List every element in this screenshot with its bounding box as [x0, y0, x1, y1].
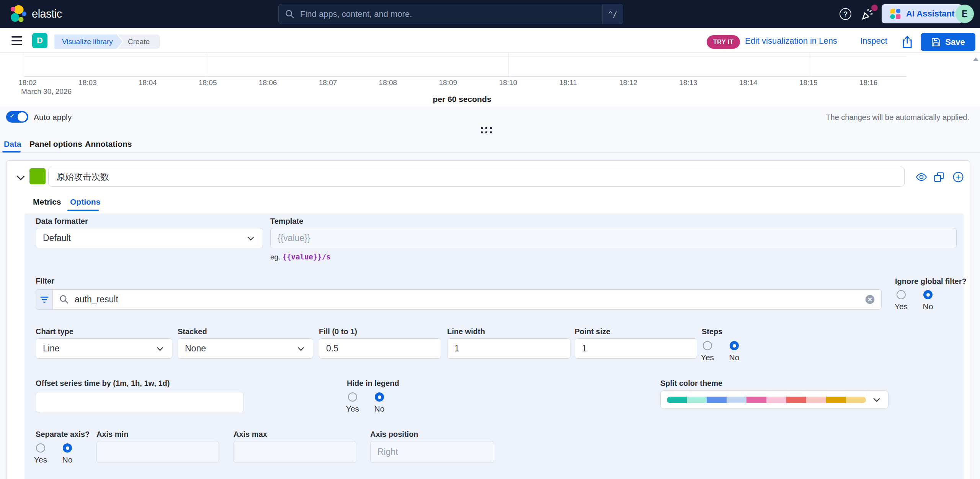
split-color-segment: [826, 397, 846, 403]
line-width-label: Line width: [447, 327, 485, 336]
ai-assistant-button[interactable]: AI Assistant: [882, 4, 962, 23]
ai-assistant-label: AI Assistant: [906, 9, 954, 19]
axis-position-label: Axis position: [370, 430, 418, 439]
radio-no[interactable]: [923, 290, 933, 299]
tsvb-editor-page: elastic Find apps, content, and more. ^/…: [0, 0, 980, 479]
dashboard-app-icon[interactable]: D: [32, 33, 47, 48]
filter-label: Filter: [36, 277, 54, 285]
x-axis-tick-label: 18:07: [319, 79, 337, 87]
auto-apply-toggle[interactable]: ✓: [6, 111, 28, 123]
chevron-down-icon: [871, 394, 882, 405]
editor-tabs: Data Panel options Annotations: [0, 136, 980, 153]
series-options-panel: Data formatter Default Template eg. {{va…: [24, 213, 964, 479]
save-button[interactable]: Save: [921, 33, 975, 51]
auto-apply-label: Auto apply: [34, 113, 72, 122]
line-width-input[interactable]: [447, 338, 570, 359]
color-theme-strip: [667, 397, 866, 403]
hide-in-legend-label: Hide in legend: [347, 379, 399, 388]
scrollbar-up-arrow[interactable]: [973, 57, 979, 61]
filter-query-input[interactable]: auth_result: [52, 289, 882, 310]
ai-assistant-icon: [889, 8, 902, 20]
search-icon: [285, 9, 295, 19]
x-axis-tick-label: 18:15: [799, 79, 818, 87]
filter-type-button[interactable]: [36, 289, 52, 310]
point-size-input[interactable]: [575, 338, 697, 359]
clear-filter-icon[interactable]: [865, 294, 875, 305]
x-axis-tick-label: 18:11: [559, 79, 577, 87]
radio-yes[interactable]: [36, 443, 45, 453]
data-formatter-label: Data formatter: [36, 217, 88, 226]
filter-icon: [39, 295, 49, 305]
breadcrumb-visualize-library[interactable]: Visualize library: [54, 34, 122, 49]
chart-type-label: Chart type: [36, 327, 74, 336]
subtab-metrics[interactable]: Metrics: [33, 197, 61, 207]
x-axis-tick-label: 18:16: [859, 79, 878, 87]
x-axis-line: [24, 76, 906, 77]
series-name-input[interactable]: [48, 167, 905, 187]
point-size-label: Point size: [575, 327, 610, 336]
axis-position-input[interactable]: [370, 441, 494, 463]
template-input[interactable]: [270, 228, 957, 248]
separate-axis-radio-group: Yes No: [31, 443, 77, 464]
radio-no[interactable]: [375, 392, 384, 402]
offset-input[interactable]: [36, 392, 243, 412]
x-axis-tick-label: 18:08: [379, 79, 397, 87]
stacked-select[interactable]: None: [178, 338, 313, 359]
axis-min-label: Axis min: [96, 430, 128, 439]
tab-data[interactable]: Data: [4, 139, 21, 149]
x-axis-tick-label: 18:13: [679, 79, 697, 87]
radio-yes[interactable]: [703, 341, 712, 350]
inspect-link[interactable]: Inspect: [860, 32, 887, 49]
radio-no[interactable]: [63, 443, 72, 453]
user-avatar[interactable]: E: [956, 5, 974, 23]
tab-annotations[interactable]: Annotations: [85, 139, 132, 149]
split-color-segment: [846, 397, 866, 403]
global-header: elastic Find apps, content, and more. ^/…: [0, 0, 980, 28]
axis-max-label: Axis max: [234, 430, 267, 439]
axis-max-input[interactable]: [234, 441, 356, 463]
toggle-series-visibility-icon[interactable]: [916, 171, 927, 183]
active-tab-underline: [2, 151, 21, 153]
split-color-theme-select[interactable]: [660, 390, 889, 409]
share-icon[interactable]: [900, 35, 914, 49]
split-color-segment: [786, 397, 806, 403]
ignore-global-filter-radio-group: Yes No: [891, 290, 938, 311]
split-color-segment: [727, 397, 746, 403]
subtab-options[interactable]: Options: [70, 197, 100, 207]
split-color-segment: [806, 397, 826, 403]
chart-type-select[interactable]: Line: [36, 338, 172, 359]
x-axis-tick-label: 18:12: [619, 79, 637, 87]
elastic-logo[interactable]: elastic: [10, 5, 62, 23]
auto-apply-note: The changes will be automatically applie…: [826, 113, 969, 122]
radio-yes[interactable]: [348, 392, 357, 402]
separate-axis-label: Separate axis?: [36, 430, 90, 439]
template-label: Template: [270, 217, 303, 226]
global-search-input[interactable]: Find apps, content, and more. ^/: [278, 4, 623, 24]
search-shortcut-hint: ^/: [602, 4, 623, 24]
steps-radio-group: Yes No: [697, 341, 744, 362]
x-axis-tick-label: 18:02: [18, 79, 37, 87]
collapse-series-icon[interactable]: [15, 172, 26, 184]
axis-min-input[interactable]: [96, 441, 219, 463]
menu-icon[interactable]: [11, 36, 22, 45]
edit-in-lens-link[interactable]: Edit visualization in Lens: [745, 32, 837, 49]
drag-handle-icon[interactable]: [481, 127, 492, 133]
stacked-label: Stacked: [178, 327, 207, 336]
breadcrumb-create: Create: [118, 34, 160, 49]
x-axis-tick-label: 18:04: [139, 79, 157, 87]
x-axis-tick-label: 18:09: [439, 79, 457, 87]
data-formatter-select[interactable]: Default: [36, 228, 263, 248]
clone-series-icon[interactable]: [933, 171, 945, 183]
fill-input[interactable]: [319, 338, 441, 359]
series-color-swatch[interactable]: [29, 168, 46, 184]
tab-panel-options[interactable]: Panel options: [29, 139, 82, 149]
chart-caption: per 60 seconds: [433, 95, 492, 104]
add-series-icon[interactable]: [952, 171, 964, 183]
series-card: Metrics Options Data formatter Default T…: [6, 160, 970, 479]
notification-badge-dot: [871, 5, 878, 11]
chevron-down-icon: [246, 233, 256, 243]
help-icon[interactable]: ?: [840, 8, 851, 20]
radio-no[interactable]: [730, 341, 739, 350]
chart-gridline: [24, 56, 906, 57]
radio-yes[interactable]: [897, 290, 906, 299]
